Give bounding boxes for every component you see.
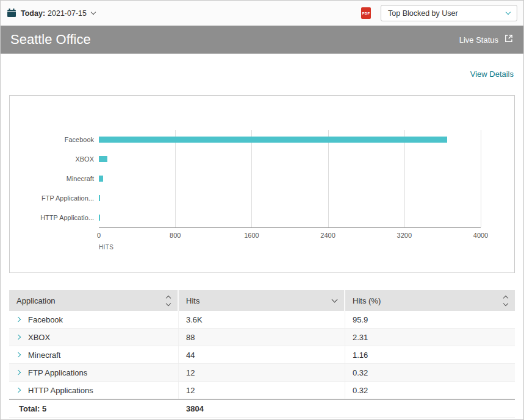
live-status-label: Live Status [459, 35, 498, 44]
calendar-icon [7, 9, 16, 18]
bar-row [99, 188, 481, 208]
date-label: Today: [21, 9, 45, 18]
live-status-link[interactable]: Live Status [459, 34, 514, 46]
external-link-icon [504, 34, 514, 46]
table-row[interactable]: Facebook 3.6K 95.9 [9, 311, 515, 329]
x-axis-ticks: 0 800 1600 2400 3200 4000 [99, 228, 481, 239]
expand-chevron-icon[interactable] [16, 388, 21, 393]
chart-category-label: FTP Application... [10, 188, 99, 208]
chevron-down-icon [506, 10, 511, 15]
table-footer: Total: 5 3804 [9, 399, 515, 418]
expand-chevron-icon[interactable] [16, 352, 21, 357]
chart-category-label: Minecraft [10, 169, 99, 188]
chart-plot-area [99, 130, 481, 228]
chart-bar [99, 156, 107, 162]
column-header-hits[interactable]: Hits [179, 290, 345, 311]
chart-category-label: XBOX [10, 149, 99, 169]
page-title: Seattle Office [10, 32, 91, 48]
top-toolbar: Today: 2021-07-15 PDF Top Blocked by Use… [1, 1, 523, 26]
expand-chevron-icon[interactable] [16, 317, 21, 322]
x-tick: 1600 [244, 232, 259, 239]
bar-row [99, 208, 481, 227]
chart-bar [99, 195, 100, 201]
chart-bar [99, 176, 103, 182]
report-type-select[interactable]: Top Blocked by User [381, 5, 517, 21]
chart-panel: Facebook XBOX Minecraft FTP Application.… [9, 95, 515, 273]
view-details-link[interactable]: View Details [470, 69, 514, 79]
expand-chevron-icon[interactable] [16, 335, 21, 340]
bar-row [99, 169, 481, 188]
chart-bar [99, 215, 100, 221]
chart-category-label: Facebook [10, 130, 99, 149]
x-tick: 0 [97, 232, 101, 239]
table-body: Facebook 3.6K 95.9 XBOX 88 2.31 Minecraf… [9, 311, 515, 399]
sort-icon [167, 296, 170, 305]
dashboard-page: Today: 2021-07-15 PDF Top Blocked by Use… [0, 0, 524, 420]
column-header-application[interactable]: Application [9, 290, 179, 311]
view-details-row: View Details [1, 54, 523, 95]
table-header: Application Hits Hits (%) [9, 290, 515, 311]
chart-bar [99, 137, 447, 143]
chart-category-labels: Facebook XBOX Minecraft FTP Application.… [10, 130, 99, 228]
table-row[interactable]: XBOX 88 2.31 [9, 329, 515, 346]
chevron-down-icon [91, 10, 96, 15]
table-row[interactable]: Minecraft 44 1.16 [9, 346, 515, 364]
date-value: 2021-07-15 [48, 9, 87, 18]
bar-row [99, 130, 481, 149]
column-header-hits-pct[interactable]: Hits (%) [345, 290, 515, 311]
x-tick: 800 [170, 232, 181, 239]
date-picker[interactable]: Today: 2021-07-15 [7, 9, 95, 18]
applications-table: Application Hits Hits (%) Facebook 3.6K … [9, 290, 515, 418]
report-select-value: Top Blocked by User [388, 9, 458, 18]
sort-desc-icon [332, 297, 338, 303]
table-row[interactable]: FTP Applications 12 0.32 [9, 364, 515, 382]
sort-icon [504, 296, 508, 305]
table-row[interactable]: HTTP Applications 12 0.32 [9, 382, 515, 399]
x-tick: 3200 [397, 232, 412, 239]
x-tick: 4000 [473, 232, 488, 239]
x-axis-label: HITS [99, 244, 514, 251]
pdf-icon: PDF [362, 12, 370, 15]
total-label: Total: 5 [9, 404, 179, 413]
bar-row [99, 149, 481, 169]
export-pdf-button[interactable]: PDF [361, 7, 371, 19]
gridline [481, 130, 481, 227]
title-band: Seattle Office Live Status [1, 26, 523, 54]
expand-chevron-icon[interactable] [16, 370, 21, 375]
x-tick: 2400 [320, 232, 335, 239]
chart-category-label: HTTP Applicatio... [10, 208, 99, 227]
total-hits: 3804 [179, 404, 345, 413]
